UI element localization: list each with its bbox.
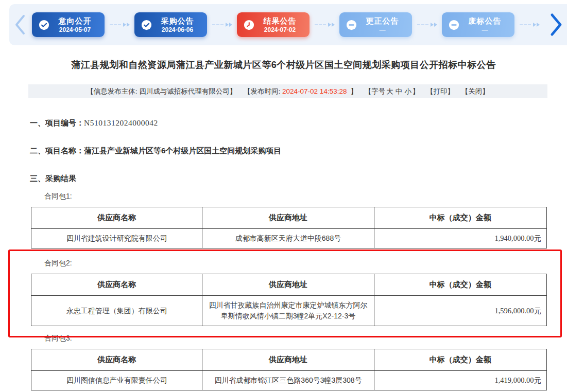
timeline-step-date: — [459,27,510,33]
timeline-prev-button[interactable] [9,12,31,38]
timeline-step-label: 更正公告 [357,16,408,25]
font-size-medium-button[interactable]: 中 [396,87,403,95]
publish-time: 【发布时间: 2024-07-02 14:53:28】 [244,87,357,95]
table-header-row: 供应商名称供应商地址中标（成交）金额 [31,349,547,371]
chevron-right-icon [548,13,564,37]
supplier-address-cell: 四川省甘孜藏族自治州康定市康定炉城镇东方阿尔卑斯情歌风情小镇二期3幢2单元X2-… [202,296,374,326]
table-row: 永忠工程管理（集团）有限公司四川省甘孜藏族自治州康定市康定炉城镇东方阿尔卑斯情歌… [31,296,547,326]
minus-circle-icon [449,20,459,30]
font-size-large-button[interactable]: 大 [386,87,393,95]
timeline-step-date: — [357,27,408,33]
project-name-value: 蒲江县产业新城片区等6个村级片区国土空间规划采购项目 [84,146,281,155]
timeline-step-date: 2024-06-06 [152,27,203,33]
timeline-step-text: 意向公开2024-05-07 [49,16,105,33]
check-circle-icon [141,20,152,30]
project-name-label: 二、项目名称： [30,146,84,155]
clock-icon [244,20,254,30]
step-connector-icon [514,23,544,27]
timeline-step[interactable]: 更正公告— [339,12,412,37]
info-bar: 【信息发布主体: 四川成与诚招标代理有限公司】 【发布时间: 2024-07-0… [28,84,547,98]
table-row: 四川图信信息产业有限责任公司四川省成都市锦江区三色路360号3幢3层308号1,… [31,371,547,390]
timeline-steps: 意向公开2024-05-07采购公告2024-06-06结果公告2024-07-… [31,12,545,37]
package-section: 合同包2:供应商名称供应商地址中标（成交）金额永忠工程管理（集团）有限公司四川省… [30,258,567,326]
timeline-step-label: 采购公告 [152,16,203,25]
timeline-step[interactable]: 结果公告2024-07-02 [237,12,310,37]
supplier-address-cell: 四川省成都市锦江区三色路360号3幢3层308号 [202,371,374,390]
timeline-step[interactable]: 废标公告— [442,12,514,37]
column-header: 中标（成交）金额 [374,274,546,296]
publish-time-suffix: 】 [350,87,357,95]
package-section: 合同包3:供应商名称供应商地址中标（成交）金额四川图信信息产业有限责任公司四川省… [30,333,567,390]
step-connector-icon [207,23,237,27]
supplier-table: 供应商名称供应商地址中标（成交）金额四川省建筑设计研究院有限公司成都市高新区天府… [31,207,547,248]
chevron-left-icon [13,14,27,35]
announcement-body: 一、项目编号：N5101312024000042 二、项目名称：蒲江县产业新城片… [30,117,567,390]
timeline-step[interactable]: 采购公告2024-06-06 [134,12,207,37]
font-size-small-button[interactable]: 小 [404,87,411,95]
minus-circle-icon [346,20,357,30]
supplier-name-cell: 四川省建筑设计研究院有限公司 [31,229,202,248]
supplier-table: 供应商名称供应商地址中标（成交）金额永忠工程管理（集团）有限公司四川省甘孜藏族自… [31,274,547,326]
amount-cell: 1,940,000.00元 [374,229,546,248]
amount-cell: 1,419,000.00元 [374,371,546,390]
close-button[interactable]: 【关闭】 [461,87,489,95]
package-label: 合同包3: [44,333,567,343]
project-number-label: 一、项目编号： [30,118,84,127]
amount-cell: 1,596,000.00元 [374,296,546,326]
timeline-step-text: 结果公告2024-07-02 [254,16,310,33]
supplier-name-cell: 四川图信信息产业有限责任公司 [31,371,202,390]
timeline-step-date: 2024-07-02 [254,27,305,33]
timeline-step-text: 废标公告— [459,16,514,33]
project-number-section: 一、项目编号：N5101312024000042 [30,117,567,128]
timeline-step[interactable]: 意向公开2024-05-07 [32,12,105,37]
step-connector-icon [105,23,134,27]
timeline-step-label: 意向公开 [49,16,100,25]
check-circle-icon [39,20,49,30]
font-size-suffix: 】 [413,87,420,95]
print-button[interactable]: 【打印】 [426,87,454,95]
table-row: 四川省建筑设计研究院有限公司成都市高新区天府大道中段688号1,940,000.… [31,229,547,248]
package-section: 合同包1:供应商名称供应商地址中标（成交）金额四川省建筑设计研究院有限公司成都市… [30,191,567,248]
package-label: 合同包1: [44,191,567,201]
font-size-prefix: 【字号 [365,87,386,95]
timeline-step-date: 2024-05-07 [49,27,100,33]
step-connector-icon [310,23,339,27]
timeline-step-text: 采购公告2024-06-06 [152,16,207,33]
column-header: 供应商地址 [202,274,374,296]
page-title: 蒲江县规划和自然资源局蒲江县产业新城片区等6个村级片区国土空间规划采购项目公开招… [31,59,536,72]
timeline-step-label: 结果公告 [254,16,305,25]
column-header: 供应商名称 [31,349,202,371]
column-header: 中标（成交）金额 [374,207,546,229]
supplier-table: 供应商名称供应商地址中标（成交）金额四川图信信息产业有限责任公司四川省成都市锦江… [31,349,547,390]
timeline-next-button[interactable] [545,12,567,38]
table-header-row: 供应商名称供应商地址中标（成交）金额 [31,274,547,296]
timeline-step-text: 更正公告— [357,16,412,33]
project-name-section: 二、项目名称：蒲江县产业新城片区等6个村级片区国土空间规划采购项目 [30,145,567,156]
publisher-info: 【信息发布主体: 四川成与诚招标代理有限公司】 [87,87,236,95]
procurement-result-heading: 三、采购结果 [30,173,567,184]
timeline: 意向公开2024-05-07采购公告2024-06-06结果公告2024-07-… [9,4,567,45]
publish-time-value: 2024-07-02 14:53:28 [282,87,347,95]
step-connector-icon [412,23,442,27]
publish-time-prefix: 【发布时间: [244,87,282,95]
column-header: 供应商地址 [202,349,374,371]
column-header: 供应商名称 [31,274,202,296]
packages-list: 合同包1:供应商名称供应商地址中标（成交）金额四川省建筑设计研究院有限公司成都市… [30,191,567,390]
table-header-row: 供应商名称供应商地址中标（成交）金额 [31,207,547,229]
supplier-name-cell: 永忠工程管理（集团）有限公司 [31,296,202,326]
font-size-control: 【字号大中小】 [365,87,420,95]
supplier-address-cell: 成都市高新区天府大道中段688号 [202,229,374,248]
column-header: 供应商地址 [202,207,374,229]
project-number-value: N5101312024000042 [84,118,158,127]
column-header: 中标（成交）金额 [374,349,546,371]
timeline-step-label: 废标公告 [459,16,510,25]
package-label: 合同包2: [44,258,567,268]
column-header: 供应商名称 [31,207,202,229]
